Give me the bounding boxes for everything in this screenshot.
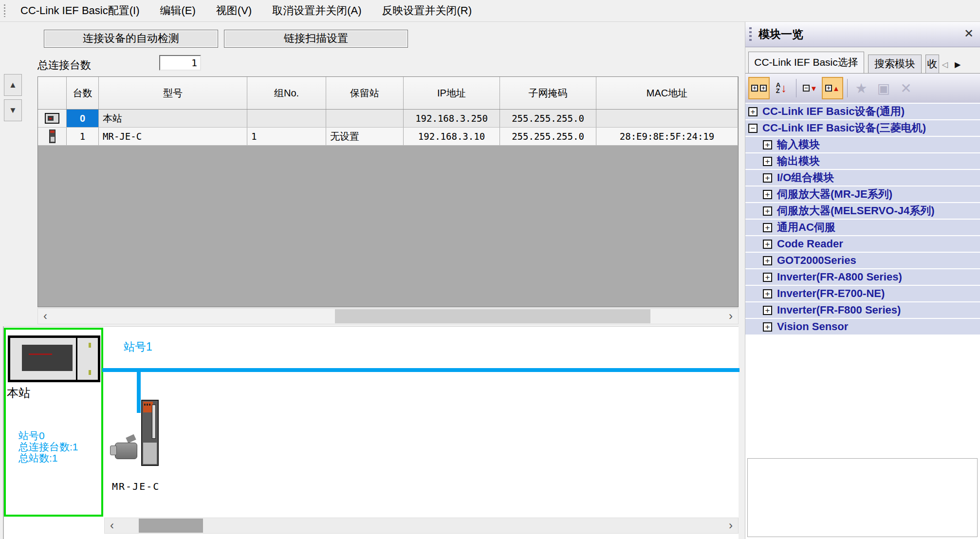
cell-mac[interactable]: 28:E9:8E:5F:24:19 [596, 128, 738, 145]
station-info-text: 站号0 总连接台数:1 总站数:1 [18, 430, 78, 464]
table-row-mr-je-c[interactable]: 1 MR-JE-C 1 无设置 192.168.3.10 255.255.255… [38, 128, 738, 146]
expander-icon[interactable]: + [763, 256, 772, 265]
menu-config[interactable]: CC-Link IEF Basic配置(I) [14, 0, 146, 21]
menu-reflect-and-close[interactable]: 反映设置并关闭(R) [375, 0, 479, 21]
expand-all-icon[interactable]: +▲ [822, 77, 843, 99]
expander-icon[interactable]: + [763, 289, 772, 298]
module-list-toolbar: ++ AZ↓ −▼ +▲ ★ ▣ ✕ [745, 74, 980, 103]
favorite-star-icon[interactable]: ★ [851, 77, 872, 99]
host-plc-image[interactable] [8, 335, 100, 382]
menu-edit[interactable]: 编辑(E) [153, 0, 202, 21]
total-connected-label: 总连接台数 [37, 58, 91, 73]
cell-ip[interactable]: 192.168.3.10 [404, 128, 500, 145]
header-group-no: 组No. [247, 77, 326, 109]
cell-ip[interactable]: 192.168.3.250 [404, 110, 500, 127]
delete-icon[interactable]: ✕ [895, 77, 917, 99]
cell-mac[interactable] [596, 110, 738, 127]
tree-item-inverter-fr-f800[interactable]: + Inverter(FR-F800 Series) [745, 302, 980, 319]
scroll-left-icon[interactable]: ‹ [39, 309, 52, 324]
tree-item-servo-melservo-j4[interactable]: + 伺服放大器(MELSERVO-J4系列) [745, 203, 980, 220]
header-reserved-station: 保留站 [326, 77, 404, 109]
tree-item-servo-mr-je[interactable]: + 伺服放大器(MR-JE系列) [745, 186, 980, 203]
expander-icon[interactable]: + [763, 322, 772, 332]
link-scan-settings-button[interactable]: 链接扫描设置 [224, 30, 408, 48]
add-favorite-icon[interactable]: ▣ [873, 77, 894, 99]
expander-icon[interactable]: + [763, 223, 772, 232]
cell-model[interactable]: 本站 [99, 110, 247, 127]
cell-group[interactable]: 1 [247, 128, 326, 145]
tree-item-code-reader[interactable]: + Code Reader [745, 236, 980, 253]
tab-scroll-left-icon[interactable]: ◁ [942, 60, 948, 69]
tree-item-got2000[interactable]: + GOT2000Series [745, 253, 980, 269]
tab-cc-link-ief-basic-selection[interactable]: CC-Link IEF Basic选择 [748, 52, 864, 73]
tab-scroll-right-icon[interactable]: ▶ [955, 60, 961, 69]
configuration-area: 连接设备的自动检测 链接扫描设置 总连接台数 ▲ ▼ 台数 型号 组No. 保留… [0, 22, 745, 539]
expander-icon[interactable]: + [763, 206, 772, 216]
toolbar-separator [796, 79, 796, 97]
move-up-button[interactable]: ▲ [4, 74, 22, 96]
scrollbar-thumb[interactable] [335, 309, 650, 323]
host-station-label: 本站 [7, 385, 30, 401]
servo-motor-image[interactable] [110, 439, 139, 462]
display-tree-view-icon[interactable]: ++ [748, 77, 770, 99]
menu-cancel-and-close[interactable]: 取消设置并关闭(A) [265, 0, 368, 21]
panel-title-bar: 模块一览 ✕ [745, 22, 980, 47]
total-connected-input[interactable] [159, 55, 201, 71]
station1-label: 站号1 [124, 339, 152, 354]
cell-count[interactable]: 0 [67, 110, 99, 127]
tree-item-vision-sensor[interactable]: + Vision Sensor [745, 319, 980, 335]
panel-title: 模块一览 [758, 27, 803, 42]
expander-icon[interactable]: + [763, 306, 772, 315]
tree-item-io-combined-module[interactable]: + I/O组合模块 [745, 170, 980, 186]
expander-icon[interactable]: + [763, 157, 772, 166]
tree-item-input-module[interactable]: + 输入模块 [745, 137, 980, 153]
module-tree: + CC-Link IEF Basic设备(通用) − CC-Link IEF … [745, 104, 980, 335]
header-mac-address: MAC地址 [596, 77, 738, 109]
move-down-button[interactable]: ▼ [4, 99, 22, 121]
tree-item-mitsubishi-devices[interactable]: − CC-Link IEF Basic设备(三菱电机) [745, 120, 980, 137]
header-icon-column [38, 77, 67, 109]
sort-az-icon[interactable]: AZ↓ [771, 77, 792, 99]
cell-reserved[interactable]: 无设置 [326, 128, 404, 145]
collapse-all-icon[interactable]: −▼ [799, 77, 821, 99]
expander-icon[interactable]: + [748, 107, 758, 116]
cell-subnet[interactable]: 255.255.255.0 [500, 110, 596, 127]
close-icon[interactable]: ✕ [964, 27, 974, 40]
menu-gripper-icon[interactable] [3, 4, 6, 17]
tab-favorites[interactable]: 收 [925, 55, 939, 73]
tree-item-generic-devices[interactable]: + CC-Link IEF Basic设备(通用) [745, 104, 980, 120]
cell-subnet[interactable]: 255.255.255.0 [500, 128, 596, 145]
table-row-host-station[interactable]: 0 本站 192.168.3.250 255.255.255.0 [38, 110, 738, 128]
scroll-left-icon[interactable]: ‹ [106, 518, 118, 533]
tree-item-general-ac-servo[interactable]: + 通用AC伺服 [745, 220, 980, 236]
cell-count[interactable]: 1 [67, 128, 99, 145]
cell-reserved[interactable] [326, 110, 404, 127]
tree-item-inverter-fr-e700[interactable]: + Inverter(FR-E700-NE) [745, 286, 980, 302]
network-trunk-line [102, 368, 740, 372]
cell-group[interactable] [247, 110, 326, 127]
station-table: 台数 型号 组No. 保留站 IP地址 子网掩码 MAC地址 0 本站 192.… [37, 76, 739, 307]
cc-link-config-window: CC-Link IEF Basic配置(I) 编辑(E) 视图(V) 取消设置并… [0, 0, 980, 539]
scrollbar-thumb[interactable] [139, 519, 203, 533]
cell-model[interactable]: MR-JE-C [99, 128, 247, 145]
menu-bar: CC-Link IEF Basic配置(I) 编辑(E) 视图(V) 取消设置并… [0, 0, 980, 22]
tree-item-output-module[interactable]: + 输出模块 [745, 153, 980, 170]
servo-amplifier-image[interactable] [141, 400, 159, 466]
auto-detect-button[interactable]: 连接设备的自动检测 [44, 30, 218, 48]
menu-view[interactable]: 视图(V) [209, 0, 259, 21]
header-model: 型号 [99, 77, 247, 109]
expander-icon[interactable]: + [763, 273, 772, 282]
scroll-right-icon[interactable]: › [724, 518, 737, 533]
servo-device-icon [38, 128, 67, 145]
tree-item-inverter-fr-a800[interactable]: + Inverter(FR-A800 Series) [745, 269, 980, 286]
scroll-right-icon[interactable]: › [724, 309, 737, 324]
expander-icon[interactable]: − [748, 124, 758, 133]
expander-icon[interactable]: + [763, 173, 772, 183]
table-horizontal-scrollbar[interactable]: ‹ › [37, 308, 739, 324]
panel-gripper-icon[interactable] [749, 27, 752, 42]
expander-icon[interactable]: + [763, 240, 772, 249]
network-horizontal-scrollbar[interactable]: ‹ › [104, 518, 739, 534]
expander-icon[interactable]: + [763, 140, 772, 149]
tab-search-module[interactable]: 搜索模块 [868, 55, 922, 73]
expander-icon[interactable]: + [763, 190, 772, 199]
